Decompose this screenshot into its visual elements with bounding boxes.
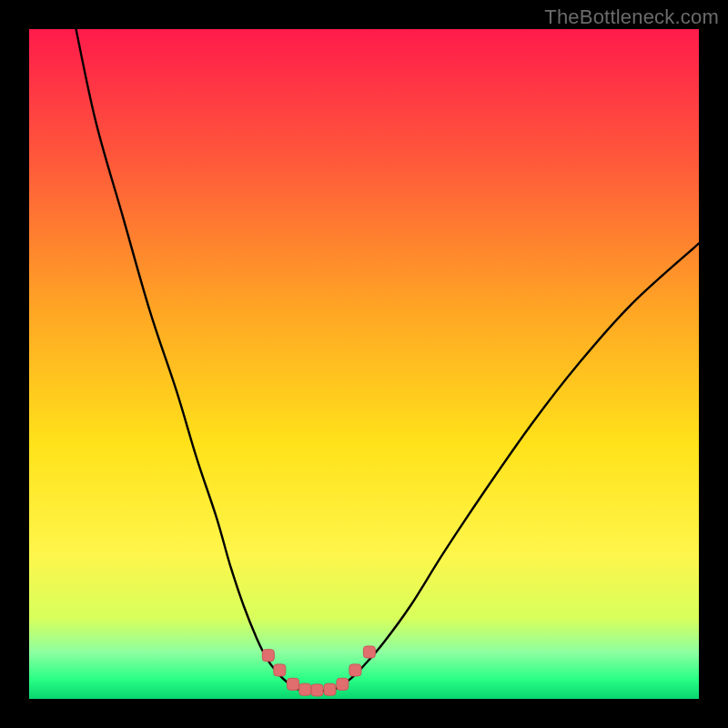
curve-left-branch [76, 29, 298, 689]
trough-marker [262, 650, 274, 662]
plot-area [29, 29, 699, 699]
chart-frame: TheBottleneck.com [0, 0, 728, 728]
trough-marker [363, 646, 375, 658]
watermark-text: TheBottleneck.com [544, 5, 719, 29]
trough-markers [262, 646, 375, 696]
trough-marker [324, 683, 336, 695]
curves-layer [29, 29, 699, 699]
trough-marker [311, 684, 323, 696]
trough-marker [274, 664, 286, 676]
trough-marker [337, 678, 349, 690]
curve-right-branch [338, 244, 699, 689]
trough-marker [288, 678, 299, 690]
trough-marker [299, 683, 311, 695]
trough-marker [349, 664, 361, 676]
